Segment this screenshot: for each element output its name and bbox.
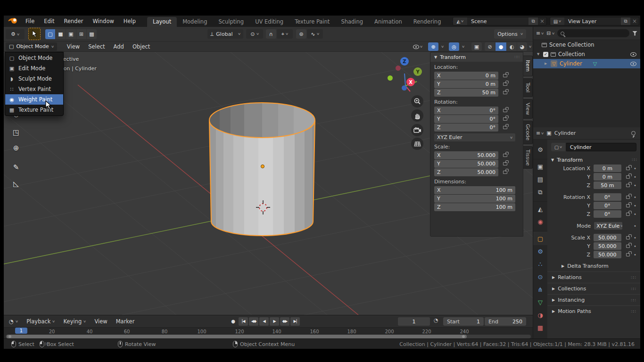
mode-dropdown[interactable]: ▢ Object Mode ∨ bbox=[6, 42, 57, 51]
select-mode-invert-icon[interactable]: ⊞ bbox=[76, 29, 86, 39]
location-x-field[interactable]: X0 m bbox=[434, 72, 498, 80]
rotation-z-field[interactable]: Z0° bbox=[434, 123, 498, 132]
prop-location-z[interactable]: 50 m bbox=[594, 181, 621, 189]
location-z-field[interactable]: Z50 m bbox=[434, 89, 498, 97]
frame-end-field[interactable]: End250 bbox=[485, 317, 526, 326]
properties-tab-output[interactable]: ▤ bbox=[533, 173, 547, 186]
view-layer-unlink-icon[interactable]: × bbox=[630, 18, 639, 25]
scale-z-field[interactable]: Z50.000 bbox=[434, 168, 498, 176]
snap-settings-dropdown[interactable]: ⌖∨ bbox=[277, 29, 293, 39]
filter-funnel-icon[interactable] bbox=[632, 31, 637, 36]
properties-tab-view-layer[interactable]: ⧉ bbox=[533, 186, 547, 198]
falloff-dropdown[interactable]: ∿∨ bbox=[307, 29, 323, 39]
pivot-point-dropdown[interactable]: ⊙∨ bbox=[246, 29, 263, 39]
lock-icon[interactable] bbox=[626, 213, 630, 216]
jump-to-start-button[interactable]: |◀ bbox=[239, 317, 248, 326]
lock-icon[interactable] bbox=[626, 196, 630, 199]
instancing-panel[interactable]: ▶Instancing∷∷ bbox=[547, 294, 640, 305]
use-preview-range-icon[interactable]: ◔ bbox=[434, 317, 438, 323]
workspace-tab-sculpting[interactable]: Sculpting bbox=[213, 17, 249, 27]
gizmo-neg-z-axis[interactable] bbox=[402, 85, 407, 90]
animate-dot-icon[interactable]: • bbox=[634, 166, 636, 171]
lock-icon[interactable] bbox=[503, 74, 507, 77]
properties-tab-world[interactable]: ◉ bbox=[533, 215, 547, 228]
gizmo-neg-x-axis[interactable] bbox=[396, 66, 401, 71]
workspace-tab-rendering[interactable]: Rendering bbox=[408, 17, 447, 27]
active-tool-dropdown[interactable]: ⚙∨ bbox=[6, 29, 25, 39]
lock-icon[interactable] bbox=[503, 82, 507, 86]
menu-file[interactable]: File bbox=[21, 18, 39, 25]
properties-tab-material[interactable]: ◑ bbox=[533, 309, 547, 321]
prop-scale-y[interactable]: 50.000 bbox=[594, 242, 621, 250]
scene-icon[interactable]: ◭∨ bbox=[453, 17, 467, 25]
dimensions-y-field[interactable]: Y100 m bbox=[434, 195, 515, 203]
pin-icon[interactable] bbox=[631, 131, 636, 135]
jump-to-end-button[interactable]: ▶| bbox=[290, 317, 300, 326]
outliner-row-cylinder[interactable]: ▶ ▽ Cylinder ▽ bbox=[533, 59, 640, 68]
lock-icon[interactable] bbox=[626, 175, 630, 179]
prop-scale-x[interactable]: 50.000 bbox=[594, 234, 621, 241]
overlays-dropdown[interactable]: ∨ bbox=[460, 42, 467, 51]
timeline-editor-dropdown[interactable]: ◔∨ bbox=[5, 318, 22, 325]
scene-copy-icon[interactable]: ⧉ bbox=[528, 17, 538, 25]
prop-location-y[interactable]: 0 m bbox=[594, 173, 621, 181]
shading-dropdown[interactable]: ∨ bbox=[528, 42, 533, 51]
view-layer-icon[interactable]: ▤∨ bbox=[550, 17, 564, 25]
workspace-tab-modeling[interactable]: Modeling bbox=[177, 17, 213, 27]
object-visibility-dropdown[interactable]: ∨ bbox=[409, 42, 426, 51]
menu-item-sculpt-mode[interactable]: ◗Sculpt Mode bbox=[5, 74, 63, 84]
properties-tab-tool[interactable]: ⚙ bbox=[533, 143, 547, 156]
menu-window[interactable]: Window bbox=[88, 18, 118, 25]
transform-orientation-dropdown[interactable]: ⟂Global∨ bbox=[207, 29, 243, 39]
lock-icon[interactable] bbox=[626, 204, 630, 207]
play-reverse-button[interactable]: ◀ bbox=[259, 317, 269, 326]
collections-panel[interactable]: ▶Collections∷∷ bbox=[547, 283, 640, 294]
scale-tool-icon[interactable]: ◳ bbox=[10, 126, 22, 139]
lock-icon[interactable] bbox=[503, 91, 507, 94]
gizmo-dropdown[interactable]: ∨ bbox=[439, 42, 446, 51]
xray-toggle[interactable]: ▣ bbox=[471, 42, 482, 51]
outliner-search-input[interactable] bbox=[557, 29, 629, 37]
properties-tab-texture[interactable]: ▦ bbox=[533, 321, 547, 334]
menu-render[interactable]: Render bbox=[59, 18, 88, 25]
collection-checkbox[interactable]: ✓ bbox=[543, 52, 548, 57]
active-tool-button-select[interactable] bbox=[28, 28, 41, 40]
menu-edit[interactable]: Edit bbox=[39, 18, 59, 25]
dimensions-z-field[interactable]: Z100 m bbox=[434, 203, 515, 211]
gizmo-x-axis[interactable]: X bbox=[406, 78, 415, 86]
shading-wireframe-button[interactable]: ⊘ bbox=[485, 42, 495, 51]
view-layer-selector[interactable]: ▤∨ View Layer ⧉ × bbox=[550, 17, 639, 25]
scale-x-field[interactable]: X50.000 bbox=[434, 151, 498, 159]
show-overlays-toggle[interactable]: ◎ bbox=[449, 42, 459, 51]
disclosure-closed-icon[interactable]: ▶ bbox=[545, 62, 548, 66]
sidebar-tab-view[interactable]: View bbox=[523, 99, 533, 119]
transform-tool-icon[interactable]: ⊕ bbox=[10, 142, 22, 154]
shading-solid-button[interactable]: ● bbox=[495, 42, 506, 51]
keying-menu[interactable]: Keying∨ bbox=[59, 318, 91, 325]
location-y-field[interactable]: Y0 m bbox=[434, 80, 498, 88]
current-frame-field[interactable]: 1 bbox=[398, 317, 430, 326]
scene-selector[interactable]: ◭∨ Scene ⧉ × bbox=[453, 17, 547, 25]
proportional-edit-toggle[interactable]: ⊚ bbox=[296, 29, 306, 39]
workspace-tab-shading[interactable]: Shading bbox=[335, 17, 369, 27]
gizmo-y-axis[interactable]: Y bbox=[413, 67, 422, 76]
menu-item-texture-paint[interactable]: ▦Texture Paint bbox=[5, 105, 63, 115]
menu-item-vertex-paint[interactable]: ∷Vertex Paint bbox=[5, 84, 63, 94]
transform-panel-header[interactable]: ▼ Transform ∷∷ bbox=[430, 52, 523, 62]
lock-icon[interactable] bbox=[503, 117, 507, 121]
outliner-filter-dropdown[interactable]: ⊟∨ bbox=[546, 30, 554, 36]
workspace-tab-layout[interactable]: Layout bbox=[147, 17, 177, 27]
camera-view-button[interactable] bbox=[411, 124, 423, 136]
menu-item-object-mode[interactable]: ▢Object Mode bbox=[5, 53, 63, 63]
marker-menu[interactable]: Marker bbox=[112, 318, 139, 325]
shading-material-button[interactable]: ◐ bbox=[507, 42, 517, 51]
pan-button[interactable] bbox=[411, 109, 423, 122]
animate-dot-icon[interactable]: • bbox=[634, 244, 636, 249]
timeline-scrollbar[interactable] bbox=[6, 335, 531, 338]
visibility-eye-icon[interactable] bbox=[630, 62, 636, 66]
drag-handle-icon[interactable]: ∷∷ bbox=[515, 55, 519, 59]
select-mode-subtract-icon[interactable]: ▣ bbox=[66, 29, 76, 39]
gizmo-z-axis[interactable]: Z bbox=[400, 57, 409, 66]
lock-icon[interactable] bbox=[503, 162, 507, 165]
scrollbar-handle[interactable] bbox=[7, 335, 467, 338]
